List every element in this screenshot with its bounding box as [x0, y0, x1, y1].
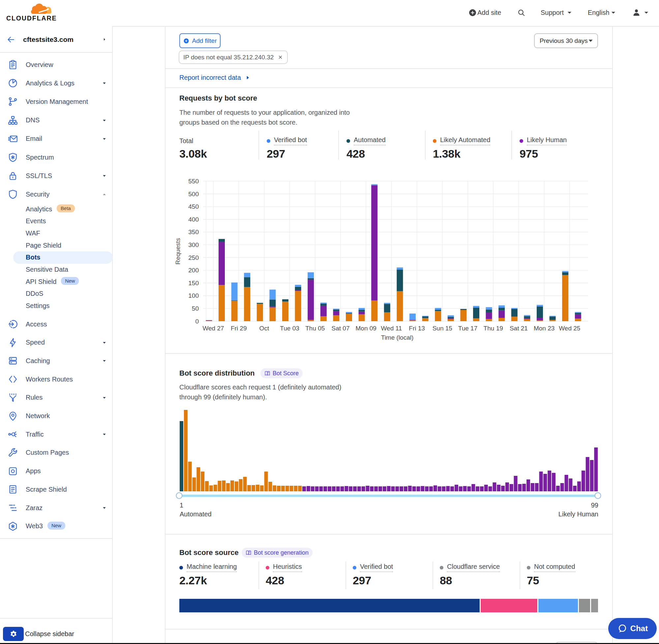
- svg-text:Mon 23: Mon 23: [534, 325, 555, 332]
- svg-text:550: 550: [188, 178, 199, 185]
- svg-text:Thu 19: Thu 19: [484, 325, 503, 332]
- svg-text:350: 350: [188, 229, 199, 235]
- svg-text:200: 200: [188, 267, 199, 274]
- svg-text:Tue 17: Tue 17: [458, 325, 477, 332]
- svg-text:150: 150: [188, 280, 199, 286]
- svg-text:300: 300: [188, 242, 199, 248]
- svg-text:Requests: Requests: [174, 238, 181, 264]
- svg-text:Oct: Oct: [259, 325, 269, 332]
- svg-text:Sat 07: Sat 07: [332, 325, 350, 332]
- svg-text:Wed 25: Wed 25: [559, 325, 580, 332]
- svg-text:Likely Human: Likely Human: [559, 510, 598, 518]
- svg-text:100: 100: [188, 292, 199, 299]
- svg-text:Thu 05: Thu 05: [305, 325, 325, 332]
- svg-text:450: 450: [188, 203, 199, 210]
- svg-text:Automated: Automated: [180, 510, 212, 518]
- svg-text:250: 250: [188, 254, 199, 261]
- svg-text:Wed 11: Wed 11: [381, 325, 402, 332]
- svg-text:Mon 09: Mon 09: [356, 325, 376, 332]
- svg-text:Time (local): Time (local): [381, 334, 414, 341]
- svg-text:Sat 21: Sat 21: [510, 325, 528, 332]
- svg-text:Fri 13: Fri 13: [409, 325, 425, 332]
- svg-text:99: 99: [591, 502, 598, 509]
- svg-text:Wed 27: Wed 27: [203, 325, 224, 332]
- svg-text:Fri 29: Fri 29: [231, 325, 247, 332]
- svg-text:Sun 15: Sun 15: [432, 325, 452, 332]
- svg-text:0: 0: [195, 318, 199, 325]
- svg-text:500: 500: [188, 190, 199, 198]
- svg-text:1: 1: [180, 502, 183, 509]
- svg-text:50: 50: [192, 305, 199, 312]
- svg-text:Tue 03: Tue 03: [280, 325, 299, 332]
- svg-text:400: 400: [188, 216, 199, 223]
